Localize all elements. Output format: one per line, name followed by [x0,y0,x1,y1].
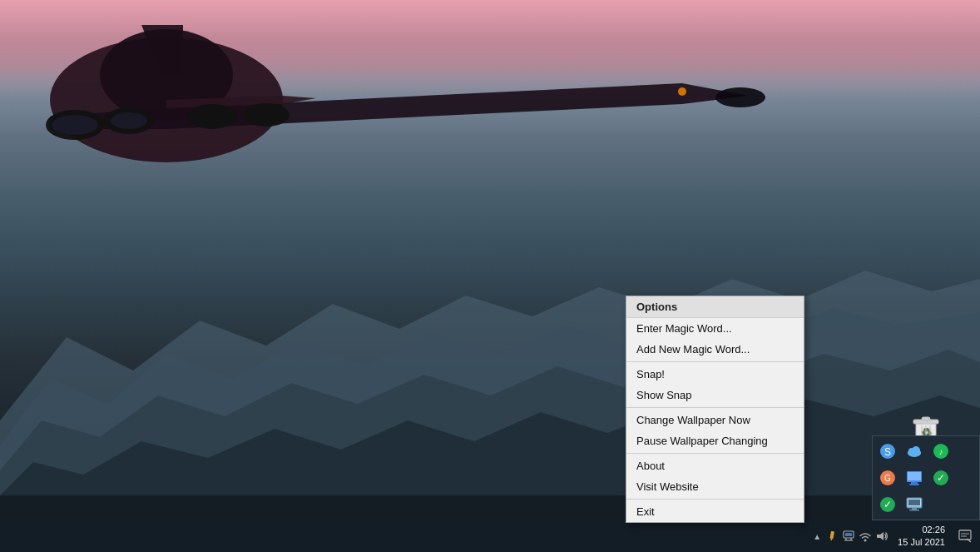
svg-rect-48 [830,531,835,540]
menu-separator-4 [626,499,804,500]
svg-point-15 [678,87,686,96]
svg-rect-45 [909,510,919,511]
mountain-background [0,187,980,520]
menu-item-exit[interactable]: Exit [626,501,804,522]
menu-item-about[interactable]: About [626,455,804,476]
svg-point-13 [187,104,237,129]
svg-rect-4 [0,495,980,520]
menu-item-add-new-magic-word[interactable]: Add New Magic Word... [626,339,804,360]
spotify-tray-icon[interactable]: ♪ [929,440,953,463]
green-check-2-tray-icon[interactable]: ✓ [876,493,899,516]
svg-rect-36 [911,482,918,484]
menu-item-enter-magic-word[interactable]: Enter Magic Word... [626,318,804,339]
clock-date: 15 Jul 2021 [898,536,945,549]
volume-tray-icon[interactable] [874,529,889,544]
clock-time: 02:26 [898,524,945,536]
tray-chevron[interactable]: ▲ [811,532,823,541]
steam-tray-icon[interactable]: S [876,440,899,463]
svg-rect-47 [908,500,920,505]
svg-rect-20 [922,417,930,420]
svg-point-17 [715,87,765,107]
gaming-tray-icon[interactable]: G [876,466,899,490]
notification-center-button[interactable] [953,520,977,552]
svg-rect-57 [959,530,971,540]
svg-rect-38 [908,472,921,480]
svg-text:G: G [884,474,891,483]
context-menu: Options Enter Magic Word... Add New Magi… [626,296,804,523]
svg-rect-37 [909,484,919,485]
green-check-1-tray-icon[interactable]: ✓ [929,466,953,490]
svg-text:✓: ✓ [937,472,945,484]
network-manager-tray-icon[interactable] [841,529,856,544]
menu-item-show-snap[interactable]: Show Snap [626,385,804,405]
wifi-tray-icon[interactable] [858,529,873,544]
menu-item-visit-website[interactable]: Visit Website [626,476,804,497]
taskbar-clock[interactable]: 02:26 15 Jul 2021 [891,524,952,550]
context-menu-header: Options [626,296,804,318]
monitor-tray-icon[interactable] [903,493,926,516]
pen-tray-icon[interactable] [824,529,839,544]
menu-separator-3 [626,453,804,454]
svg-point-14 [243,103,290,127]
airplane [0,0,980,191]
svg-point-30 [908,450,921,456]
desktop: Options Enter Magic Word... Add New Magi… [0,0,980,552]
svg-rect-54 [845,533,852,536]
svg-marker-56 [877,532,883,540]
menu-separator-2 [626,407,804,408]
taskbar-right: ▲ [811,520,977,552]
svg-text:✓: ✓ [883,499,892,510]
svg-point-12 [111,112,147,129]
cloud-tray-icon[interactable] [903,440,926,463]
menu-item-change-wallpaper-now[interactable]: Change Wallpaper Now [626,410,804,430]
svg-text:S: S [884,446,891,458]
svg-text:♪: ♪ [939,447,943,456]
svg-point-10 [52,115,98,135]
menu-item-pause-wallpaper-changing[interactable]: Pause Wallpaper Changing [626,430,804,451]
svg-point-55 [864,540,867,542]
menu-separator-1 [626,361,804,362]
svg-rect-44 [912,508,917,510]
svg-marker-49 [830,539,832,541]
tray-popup: S ♪ G [872,435,980,520]
taskbar: ▲ [0,520,980,552]
this-pc-tray-icon[interactable] [903,466,926,490]
menu-item-snap[interactable]: Snap! [626,364,804,385]
